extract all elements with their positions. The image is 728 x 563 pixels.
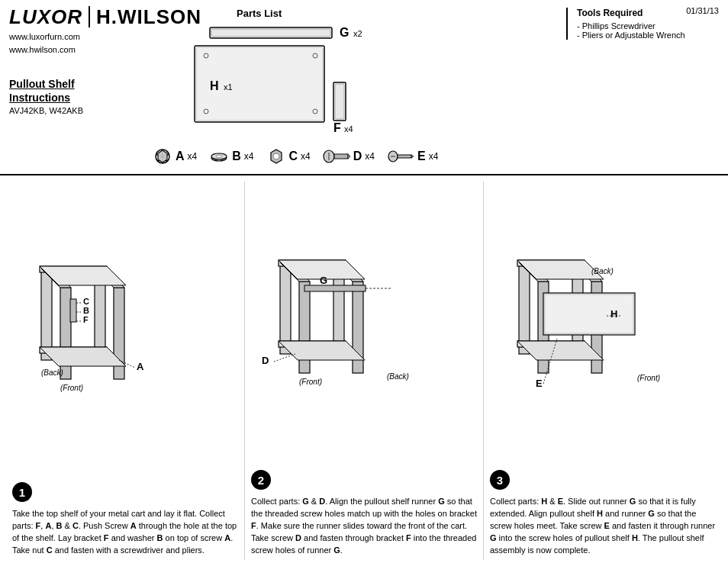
svg-text:(Back): (Back) (41, 368, 63, 377)
svg-text:H: H (610, 308, 617, 320)
step-2-text: Collect parts: G & D. Align the pullout … (251, 496, 477, 557)
hw-item-B: B x4 (209, 146, 253, 166)
hw-qty-D: x4 (365, 151, 375, 162)
svg-text:C: C (83, 297, 89, 306)
svg-point-26 (273, 153, 279, 159)
svg-marker-75 (279, 341, 365, 360)
svg-text:A: A (137, 361, 144, 372)
hw-item-C: C x4 (266, 146, 311, 166)
svg-text:G: G (340, 26, 349, 39)
svg-rect-29 (334, 154, 348, 159)
svg-marker-44 (411, 155, 414, 158)
hw-item-E: E x4 (387, 146, 438, 166)
svg-rect-45 (41, 269, 52, 360)
parts-list-title: Parts List (237, 8, 282, 19)
step-3-diagram: H E (Back) (Front) (490, 185, 716, 470)
hw-item-A: A x4 (153, 146, 197, 166)
svg-text:D: D (262, 355, 269, 366)
hw-qty-E: x4 (429, 151, 439, 162)
svg-text:x1: x1 (224, 82, 233, 92)
svg-text:B: B (83, 306, 89, 315)
step-2-footer: 2 Collect parts: G & D. Align the pullou… (251, 470, 477, 557)
hw-item-D: D x4 (323, 146, 375, 166)
tools-title: Tools Required (577, 8, 719, 18)
svg-marker-52 (40, 266, 126, 285)
logo-luxor: LUXOR (9, 7, 82, 27)
step-3-number: 3 (490, 470, 510, 490)
parts-diagram: G x2 H x1 F x4 (149, 21, 378, 150)
hw-qty-C: x4 (301, 151, 311, 162)
svg-text:(Front): (Front) (637, 374, 660, 382)
svg-text:H: H (210, 79, 219, 92)
svg-rect-13 (335, 84, 344, 119)
svg-rect-76 (304, 285, 366, 291)
svg-rect-83 (519, 262, 530, 354)
step-2-number: 2 (251, 470, 271, 490)
step-1-diagram: (Front) (Back) C B F A (12, 185, 238, 482)
svg-text:(Front): (Front) (60, 384, 83, 392)
svg-text:E: E (536, 378, 543, 389)
tool-item-2: Pliers or Adjustable Wrench (577, 31, 719, 40)
tools-list: Phillips Screwdriver Pliers or Adjustabl… (577, 21, 719, 40)
step-2-diagram: G D (Front) (Back) (251, 185, 477, 470)
step-1-number: 1 (12, 482, 32, 502)
svg-line-80 (274, 354, 295, 362)
step-1-footer: 1 Take the top shelf of your metal cart … (12, 482, 238, 557)
svg-point-24 (216, 155, 222, 158)
svg-marker-54 (40, 347, 126, 366)
svg-text:F: F (83, 315, 89, 324)
svg-text:x2: x2 (353, 29, 362, 38)
svg-rect-38 (398, 155, 411, 158)
step-2-col: G D (Front) (Back) 2 Collect parts: G & … (245, 182, 484, 560)
svg-marker-35 (348, 154, 350, 159)
step-3-text: Collect parts: H & E. Slide out runner G… (490, 496, 716, 557)
svg-text:(Back): (Back) (591, 267, 614, 275)
logo-divider (89, 6, 90, 27)
svg-rect-66 (280, 262, 291, 354)
step-3-footer: 3 Collect parts: H & E. Slide out runner… (490, 470, 716, 557)
svg-text:x4: x4 (344, 124, 353, 134)
hw-qty-A: x4 (188, 151, 198, 162)
svg-text:F: F (333, 121, 341, 134)
hw-qty-B: x4 (244, 151, 254, 162)
step-3-col: H E (Back) (Front) 3 Collect parts: H & … (484, 182, 722, 560)
svg-rect-1 (211, 29, 330, 37)
tool-item-1: Phillips Screwdriver (577, 21, 719, 31)
step-1-col: (Front) (Back) C B F A 1 Take (6, 182, 245, 560)
svg-text:(Back): (Back) (387, 372, 409, 381)
hardware-row: A x4 B x4 C x4 (153, 146, 719, 166)
svg-rect-94 (545, 294, 633, 333)
tools-area: Tools Required Phillips Screwdriver Plie… (566, 8, 719, 40)
svg-text:G: G (320, 275, 327, 286)
svg-rect-57 (70, 299, 76, 322)
top-section: 01/31/13 LUXOR H.WILSON www.luxorfurn.co… (0, 0, 728, 175)
step-1-text: Take the top shelf of your metal cart an… (12, 508, 238, 557)
bottom-section: (Front) (Back) C B F A 1 Take (0, 175, 728, 563)
svg-text:(Front): (Front) (299, 378, 322, 386)
svg-marker-92 (517, 341, 604, 360)
